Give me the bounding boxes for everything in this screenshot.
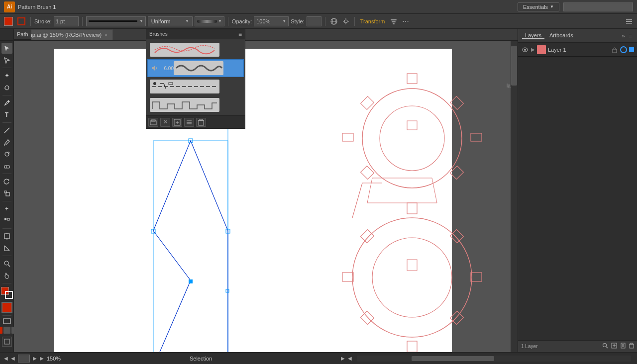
- zoom-tool[interactable]: [1, 258, 12, 269]
- scale-tool[interactable]: [1, 188, 12, 199]
- horizontal-scrollbar[interactable]: [357, 356, 631, 362]
- brush-trash-button[interactable]: [196, 118, 206, 127]
- zoom-out-button[interactable]: ◀: [4, 356, 8, 361]
- rotate-tool[interactable]: [1, 176, 12, 187]
- layer-name: Layer 1: [548, 47, 609, 53]
- zoom-nav-next[interactable]: ▶: [33, 356, 37, 361]
- brush-item-square[interactable]: [147, 96, 244, 114]
- search-input[interactable]: [563, 2, 633, 11]
- opacity-value: 100%: [256, 18, 282, 24]
- draw-normal-mode[interactable]: [0, 327, 2, 334]
- tab-layers[interactable]: Layers: [522, 32, 544, 39]
- globe-icon[interactable]: [329, 16, 339, 26]
- page-number-input[interactable]: 1: [18, 355, 30, 363]
- align-icon[interactable]: [389, 16, 399, 26]
- zoom-in-button[interactable]: ▶: [40, 356, 44, 361]
- brush-new-button[interactable]: [172, 118, 182, 127]
- svg-rect-26: [3, 319, 10, 324]
- svg-rect-21: [4, 234, 9, 239]
- stroke-value-input[interactable]: [54, 16, 79, 26]
- line-tool[interactable]: [1, 125, 12, 136]
- stroke-color-swatch[interactable]: [3, 16, 14, 27]
- lasso-tool[interactable]: [1, 82, 12, 93]
- opacity-dropdown[interactable]: 100% ▼: [254, 16, 289, 26]
- draw-behind-mode[interactable]: [3, 327, 10, 334]
- brush-delete-button[interactable]: ✕: [160, 118, 170, 127]
- panel-options-icon[interactable]: [624, 16, 634, 26]
- brush-item-dashed[interactable]: [147, 78, 244, 95]
- brush-panel-header: Brushes ≡: [146, 29, 245, 39]
- live-paint-tool[interactable]: [1, 215, 12, 226]
- layers-menu-icon[interactable]: ≡: [628, 32, 633, 40]
- brush-panel: Brushes ≡: [146, 29, 245, 129]
- layer-visibility-toggle[interactable]: [521, 46, 529, 54]
- style-dropdown[interactable]: [307, 16, 321, 26]
- artboard-tool[interactable]: [1, 231, 12, 242]
- layers-new-layer-button[interactable]: [611, 343, 617, 350]
- type-tool[interactable]: T: [1, 109, 12, 120]
- status-expand-button[interactable]: ▶: [341, 356, 345, 361]
- status-collapse-button[interactable]: ◀: [348, 356, 352, 361]
- scrollbar-thumb-v[interactable]: [511, 46, 517, 86]
- blob-tool[interactable]: [1, 149, 12, 160]
- brush-options-button[interactable]: [184, 118, 194, 127]
- zoom-nav-prev[interactable]: ◀: [11, 356, 15, 361]
- svg-rect-4: [391, 19, 397, 20]
- svg-marker-28: [152, 66, 155, 71]
- brush-panel-menu-button[interactable]: ≡: [238, 31, 242, 38]
- magic-wand-tool[interactable]: ✦: [1, 70, 12, 81]
- layer-lock-icon[interactable]: [611, 46, 618, 53]
- layer-row[interactable]: ▶ Layer 1: [518, 43, 637, 57]
- document-tab[interactable]: lamp.ai @ 150% (RGB/Preview) ×: [18, 29, 113, 40]
- sep4: [325, 17, 325, 26]
- layers-search-button[interactable]: [602, 343, 608, 350]
- pen-tool[interactable]: [1, 97, 12, 108]
- fill-color-indicator[interactable]: [16, 16, 27, 27]
- path-label-container: [0, 29, 14, 41]
- vertical-scrollbar[interactable]: [511, 41, 518, 352]
- h-scrollbar-thumb[interactable]: [412, 356, 494, 361]
- stroke-style-dropdown[interactable]: ▼: [86, 16, 146, 26]
- color-box-active[interactable]: [1, 302, 12, 313]
- more-options-icon[interactable]: ⋯: [401, 16, 411, 26]
- shape-builder-tool[interactable]: +: [1, 203, 12, 214]
- paintbrush-tool[interactable]: [1, 137, 12, 148]
- layers-list: ▶ Layer 1: [518, 43, 637, 340]
- svg-rect-79: [613, 49, 617, 53]
- transform-button[interactable]: Transform: [358, 18, 387, 24]
- normal-mode-icon[interactable]: [2, 318, 11, 325]
- svg-rect-31: [169, 83, 173, 85]
- svg-point-10: [7, 101, 9, 102]
- layers-expand-icon[interactable]: »: [621, 32, 626, 40]
- uniform-chevron-icon: ▼: [185, 19, 189, 23]
- tool-separator-4: [2, 174, 11, 174]
- screen-mode-btn[interactable]: [2, 337, 12, 347]
- essentials-button[interactable]: Essentials ▼: [518, 2, 559, 11]
- canvas-area[interactable]: lamp.ai @ 150% (RGB/Preview) × Brushes ≡: [14, 29, 518, 352]
- svg-rect-6: [393, 23, 395, 24]
- selection-tool[interactable]: [1, 43, 12, 54]
- svg-point-24: [4, 261, 8, 265]
- layers-trash-button[interactable]: [629, 343, 634, 350]
- brush-item-arc[interactable]: [147, 41, 244, 59]
- direct-selection-tool[interactable]: [1, 55, 12, 66]
- brush-panel-title: Brushes: [149, 31, 168, 37]
- layer-expand-arrow[interactable]: ▶: [531, 47, 535, 52]
- color-selector[interactable]: [1, 287, 13, 299]
- variable-width-dropdown[interactable]: ▼: [195, 16, 224, 26]
- slice-tool[interactable]: [1, 243, 12, 254]
- background-color[interactable]: [5, 291, 13, 299]
- tool-separator-6: [2, 228, 11, 229]
- layers-page-button[interactable]: [620, 343, 626, 350]
- main-area: Path ✦ T: [0, 29, 637, 352]
- eraser-tool[interactable]: [1, 161, 12, 172]
- hand-tool[interactable]: [1, 270, 12, 281]
- uniform-dropdown[interactable]: Uniform ▼: [148, 16, 193, 26]
- tab-artboards[interactable]: Artboards: [546, 32, 576, 39]
- tool-separator-5: [2, 201, 11, 201]
- tab-close-button[interactable]: ×: [105, 32, 107, 38]
- layers-panel: Layers Artboards » ≡ ▶ Layer 1 1 L: [518, 29, 637, 352]
- brush-item-wave[interactable]: 6.00: [147, 59, 244, 77]
- brush-libraries-button[interactable]: [148, 118, 158, 127]
- settings-icon[interactable]: [341, 16, 351, 26]
